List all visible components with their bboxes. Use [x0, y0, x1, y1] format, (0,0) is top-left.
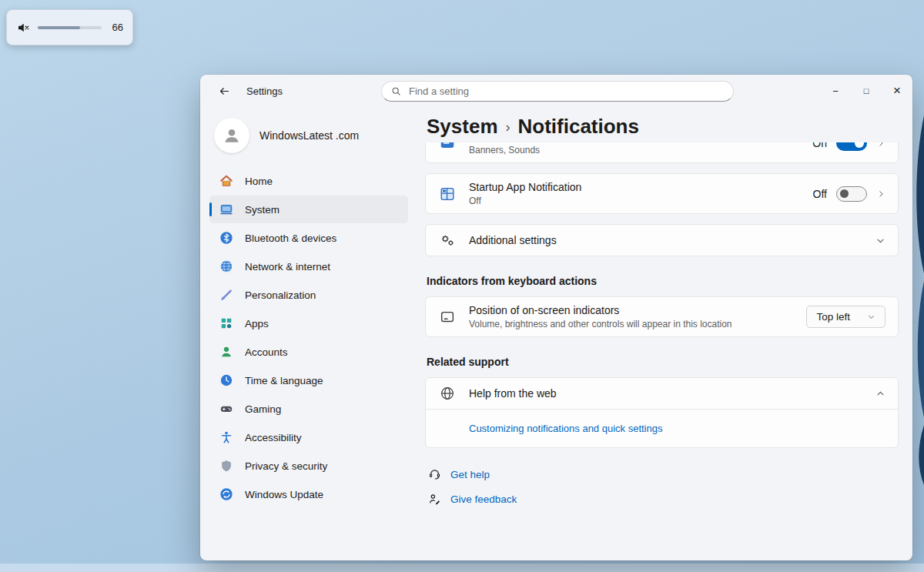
bluetooth-icon [219, 230, 234, 246]
minimize-button[interactable]: − [820, 75, 851, 107]
sidebar-item-gaming[interactable]: Gaming [209, 395, 408, 423]
row-title: Help from the web [469, 387, 863, 400]
sidebar-nav: Home System Bluetooth & devices [208, 167, 410, 508]
accessibility-icon [219, 430, 234, 445]
help-from-web-row[interactable]: Help from the web [426, 378, 898, 409]
sidebar-item-home[interactable]: Home [209, 167, 408, 195]
sidebar-item-label: Windows Update [245, 489, 323, 500]
page-title: Notifications [518, 115, 639, 139]
sidebar-item-apps[interactable]: Apps [209, 309, 408, 337]
home-icon [219, 173, 234, 189]
startup-notification-card: Startup App Notification Off Off [425, 173, 899, 214]
dropdown-value: Top left [816, 311, 850, 323]
sidebar-item-bluetooth[interactable]: Bluetooth & devices [209, 224, 408, 252]
give-feedback-row[interactable]: Give feedback [428, 493, 896, 506]
taskbar-edge [0, 564, 924, 572]
additional-settings-row[interactable]: Additional settings [426, 225, 898, 256]
startup-notification-toggle[interactable] [836, 186, 867, 202]
wallpaper-bloom [912, 115, 924, 488]
breadcrumb-parent[interactable]: System [427, 115, 498, 139]
sidebar-item-label: Home [245, 176, 273, 187]
app-title: Settings [246, 85, 283, 97]
position-dropdown[interactable]: Top left [806, 306, 886, 328]
settings-list: Banners, Sounds On [425, 142, 899, 560]
chevron-right-icon [876, 189, 886, 199]
personalization-icon [219, 287, 234, 303]
row-title: Position of on-screen indicators [469, 304, 794, 316]
maximize-button[interactable]: □ [851, 75, 882, 107]
search-icon [391, 86, 401, 96]
sidebar-item-network[interactable]: Network & internet [209, 253, 408, 280]
on-screen-indicator-icon [438, 309, 457, 326]
row-title: Startup App Notification [469, 181, 801, 193]
get-help-link[interactable]: Get help [450, 469, 490, 480]
settings-window: Settings − □ × [200, 75, 912, 560]
startup-app-icon [438, 186, 457, 202]
volume-value: 66 [109, 22, 123, 33]
sidebar-item-time-language[interactable]: Time & language [209, 366, 408, 394]
toggle-state-label: On [812, 142, 827, 149]
row-subtitle: Volume, brightness and other controls wi… [469, 319, 794, 329]
help-link-customizing-notifications[interactable]: Customizing notifications and quick sett… [469, 423, 662, 434]
system-icon [219, 202, 234, 217]
notifications-card: Banners, Sounds On [425, 142, 899, 163]
breadcrumb: System › Notifications [427, 112, 899, 141]
row-subtitle: Banners, Sounds [469, 145, 800, 156]
sidebar-item-label: Accessibility [245, 432, 302, 443]
sidebar-item-label: Accounts [245, 346, 288, 358]
section-heading-support: Related support [427, 356, 897, 368]
footer-links: Get help Give feedback [425, 468, 899, 506]
sidebar-item-personalization[interactable]: Personalization [209, 281, 408, 309]
clock-icon [219, 373, 234, 388]
sidebar-item-label: Time & language [245, 375, 323, 386]
apps-icon [219, 316, 234, 331]
row-subtitle: Off [469, 196, 801, 206]
get-help-row[interactable]: Get help [428, 468, 896, 481]
position-indicators-row: Position of on-screen indicators Volume,… [426, 297, 898, 336]
notifications-toggle[interactable] [836, 142, 867, 151]
sidebar-item-system[interactable]: System [209, 196, 408, 223]
avatar [214, 118, 249, 153]
sidebar-item-label: System [245, 204, 280, 216]
desktop: 66 Settings − [0, 0, 924, 572]
globe-icon [438, 385, 457, 402]
user-name: WindowsLatest .com [259, 129, 359, 142]
give-feedback-link[interactable]: Give feedback [450, 493, 517, 505]
gears-icon [438, 232, 457, 249]
sidebar-item-privacy[interactable]: Privacy & security [209, 452, 408, 480]
section-heading-indicators: Indicators from keyboard actions [427, 275, 897, 287]
titlebar: Settings − □ × [200, 75, 912, 107]
notifications-row[interactable]: Banners, Sounds On [426, 142, 898, 162]
breadcrumb-separator-icon: › [506, 117, 511, 135]
back-arrow-icon [219, 85, 230, 97]
close-button[interactable]: × [882, 75, 912, 107]
sidebar-item-accounts[interactable]: Accounts [209, 338, 408, 366]
notifications-banner-icon [438, 142, 457, 152]
window-controls: − □ × [820, 75, 912, 107]
back-button[interactable] [211, 79, 237, 102]
main-pane: System › Notifications Banner [417, 107, 912, 560]
volume-slider[interactable] [38, 26, 102, 29]
volume-slider-fill [38, 26, 80, 29]
startup-notification-row[interactable]: Startup App Notification Off Off [426, 174, 898, 213]
sidebar-item-label: Bluetooth & devices [245, 232, 336, 244]
sidebar-item-label: Network & internet [245, 261, 330, 273]
search-box[interactable] [381, 81, 734, 102]
chevron-down-icon [875, 236, 886, 246]
additional-settings-card: Additional settings [425, 224, 899, 256]
sidebar-item-accessibility[interactable]: Accessibility [209, 423, 408, 451]
search-input[interactable] [407, 85, 724, 98]
volume-osd: 66 [6, 9, 133, 45]
network-icon [219, 259, 234, 274]
chevron-up-icon [875, 389, 886, 399]
sidebar: WindowsLatest .com Home System [200, 107, 417, 560]
chevron-down-icon [867, 313, 875, 321]
volume-muted-icon[interactable] [16, 21, 30, 35]
toggle-state-label: Off [813, 188, 827, 200]
user-profile[interactable]: WindowsLatest .com [214, 118, 405, 153]
get-help-icon [428, 468, 441, 481]
sidebar-item-windows-update[interactable]: Windows Update [209, 480, 408, 508]
help-links: Customizing notifications and quick sett… [426, 410, 898, 447]
shield-icon [219, 458, 234, 473]
sidebar-item-label: Personalization [245, 289, 316, 301]
